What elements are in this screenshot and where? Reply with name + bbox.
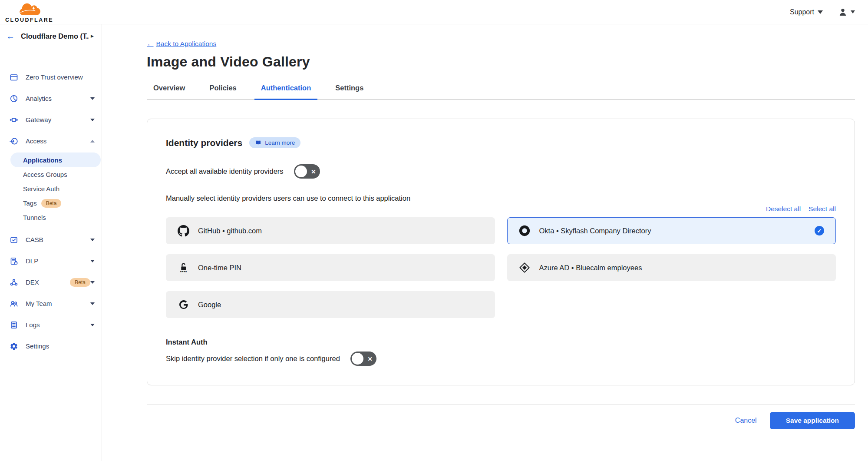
chevron-down-icon — [90, 239, 95, 241]
top-bar: CLOUDFLARE Support — [0, 0, 868, 24]
okta-icon — [519, 225, 531, 237]
sidebar-item-settings[interactable]: Settings — [0, 335, 102, 357]
sidebar-item-my-team[interactable]: My Team — [0, 293, 102, 314]
provider-azure-ad[interactable]: Azure AD • Bluecalm employees — [507, 254, 836, 281]
sidebar-item-service-auth[interactable]: Service Auth — [0, 182, 102, 196]
page-title: Image and Video Gallery — [147, 54, 855, 70]
user-icon — [838, 7, 848, 17]
sidebar-item-label: Access — [26, 137, 90, 145]
sidebar-item-analytics[interactable]: Analytics — [0, 88, 102, 109]
sidebar-item-label: Gateway — [26, 116, 90, 123]
selected-check-icon: ✓ — [815, 226, 824, 235]
azure-ad-icon — [519, 262, 531, 274]
save-application-button[interactable]: Save application — [770, 412, 855, 429]
sidebar-item-zero-trust-overview[interactable]: Zero Trust overview — [0, 66, 102, 88]
tab-authentication[interactable]: Authentication — [254, 84, 318, 100]
analytics-icon — [10, 94, 18, 103]
dex-icon — [10, 278, 18, 287]
toggle-off-icon: ✕ — [368, 355, 373, 362]
brand-name: CLOUDFLARE — [5, 17, 53, 23]
toggle-knob — [295, 166, 307, 177]
provider-name: Google — [198, 301, 483, 309]
footer-divider — [147, 405, 855, 405]
chevron-down-icon — [90, 302, 95, 305]
sidebar-item-label: Tags — [23, 199, 37, 207]
back-arrow-icon: ← — [147, 40, 154, 48]
provider-name: Okta • Skyflash Company Directory — [539, 227, 806, 235]
sidebar-item-tags[interactable]: Tags Beta — [0, 196, 102, 210]
instant-auth-toggle[interactable]: ✕ — [350, 352, 376, 366]
github-icon — [178, 225, 189, 237]
sidebar-item-dex[interactable]: DEX Beta — [0, 272, 102, 293]
back-link-label: Back to Applications — [156, 40, 217, 48]
support-menu[interactable]: Support — [790, 8, 823, 16]
provider-google[interactable]: Google — [166, 291, 495, 318]
sidebar-item-label: Analytics — [26, 95, 90, 102]
provider-name: GitHub • github.com — [198, 227, 483, 235]
sidebar-item-label: Logs — [26, 321, 90, 328]
accept-all-toggle[interactable]: ✕ — [294, 164, 320, 179]
sidebar-item-casb[interactable]: CASB — [0, 229, 102, 250]
sidebar-item-gateway[interactable]: Gateway — [0, 109, 102, 130]
toggle-knob — [352, 353, 363, 365]
sidebar-item-label: Access Groups — [23, 171, 67, 178]
sidebar-nav: Zero Trust overview Analytics Gateway — [0, 48, 102, 363]
chevron-right-icon[interactable]: ▶ — [89, 32, 96, 40]
svg-text:****: **** — [180, 270, 187, 274]
account-menu[interactable] — [838, 7, 855, 17]
sidebar-item-tunnels[interactable]: Tunnels — [0, 210, 102, 225]
sidebar-item-applications[interactable]: Applications — [10, 153, 101, 167]
beta-badge: Beta — [70, 278, 90, 287]
sidebar-item-label: DLP — [26, 257, 90, 265]
tab-settings[interactable]: Settings — [329, 84, 370, 100]
cloudflare-logo: CLOUDFLARE — [5, 2, 53, 23]
footer-actions: Cancel Save application — [147, 412, 855, 429]
provider-grid: GitHub • github.com Okta • Skyflash Comp… — [166, 217, 836, 318]
learn-more-badge[interactable]: Learn more — [249, 137, 300, 148]
beta-badge: Beta — [41, 199, 62, 208]
sidebar-item-access-groups[interactable]: Access Groups — [0, 167, 102, 182]
casb-icon — [10, 235, 18, 244]
chevron-down-icon — [90, 281, 95, 284]
chevron-down-icon — [90, 97, 95, 100]
logs-icon — [10, 321, 18, 329]
toggle-off-icon: ✕ — [311, 168, 316, 175]
book-icon — [255, 139, 261, 146]
gear-icon — [10, 342, 18, 351]
tab-bar: Overview Policies Authentication Setting… — [147, 84, 855, 100]
back-arrow-icon[interactable]: ← — [6, 31, 15, 41]
accept-all-label: Accept all available identity providers — [166, 167, 284, 176]
sidebar-item-logs[interactable]: Logs — [0, 314, 102, 335]
provider-name: One-time PIN — [198, 264, 483, 272]
learn-more-label: Learn more — [265, 139, 295, 146]
select-all-link[interactable]: Select all — [809, 205, 836, 213]
chevron-up-icon — [90, 140, 95, 143]
tab-overview[interactable]: Overview — [147, 84, 191, 100]
provider-github[interactable]: GitHub • github.com — [166, 217, 495, 244]
dlp-icon — [10, 257, 18, 265]
provider-one-time-pin[interactable]: **** One-time PIN — [166, 254, 495, 281]
cloudflare-cloud-icon — [16, 2, 43, 17]
back-to-applications-link[interactable]: ← Back to Applications — [147, 40, 216, 48]
instant-auth-heading: Instant Auth — [166, 338, 836, 346]
provider-okta[interactable]: Okta • Skyflash Company Directory ✓ — [507, 217, 836, 244]
sidebar-item-label: Applications — [23, 156, 62, 164]
sidebar-item-label: Zero Trust overview — [26, 73, 95, 81]
dashboard-icon — [10, 73, 18, 82]
identity-providers-heading: Identity providers — [166, 138, 242, 148]
account-name[interactable]: Cloudflare Demo (T... — [21, 32, 89, 40]
sidebar-item-dlp[interactable]: DLP — [0, 250, 102, 272]
chevron-down-icon — [90, 260, 95, 262]
sidebar-item-access[interactable]: Access — [0, 130, 102, 152]
team-icon — [10, 299, 18, 308]
access-subnav: Applications Access Groups Service Auth … — [0, 152, 102, 229]
google-icon — [178, 299, 189, 311]
tab-policies[interactable]: Policies — [203, 84, 243, 100]
main-content: ← Back to Applications Image and Video G… — [102, 24, 868, 461]
deselect-all-link[interactable]: Deselect all — [766, 205, 801, 213]
cancel-button[interactable]: Cancel — [735, 417, 757, 425]
sidebar-item-label: Settings — [26, 342, 95, 350]
one-time-pin-icon: **** — [178, 262, 189, 274]
sidebar-item-label: Tunnels — [23, 214, 46, 221]
chevron-down-icon — [818, 10, 823, 14]
